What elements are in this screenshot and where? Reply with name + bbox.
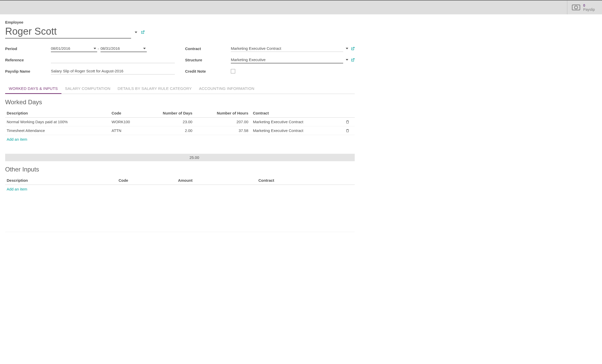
cell-description: Normal Working Days paid at 100% (5, 118, 110, 126)
employee-label: Employee (5, 20, 23, 24)
external-link-icon[interactable] (351, 58, 355, 62)
period-separator: - (96, 46, 101, 51)
other-inputs-table: Description Code Amount Contract Add an … (5, 176, 355, 232)
chevron-down-icon[interactable] (346, 59, 348, 61)
totals-bar: 25.00 (5, 154, 355, 161)
col-oi-code: Code (117, 176, 176, 185)
trash-icon[interactable] (344, 118, 355, 126)
period-from-input[interactable] (51, 45, 97, 52)
credit-note-label: Credit Note (185, 69, 231, 73)
cell-days: 23.00 (145, 118, 194, 126)
tab-accounting[interactable]: ACCOUNTING INFORMATION (195, 84, 258, 94)
col-description: Description (5, 109, 110, 118)
col-days: Number of Days (145, 109, 194, 118)
payslip-label: Payslip (583, 7, 595, 12)
contract-input[interactable] (231, 45, 343, 52)
col-oi-description: Description (5, 176, 117, 185)
tab-worked-days[interactable]: WORKED DAYS & INPUTS (5, 84, 61, 94)
payslip-name-label: Payslip Name (5, 69, 51, 73)
cell-contract: Marketing Executive Contract (250, 126, 344, 135)
chevron-down-icon[interactable] (143, 48, 146, 49)
tabs: WORKED DAYS & INPUTS SALARY COMPUTATION … (5, 84, 355, 94)
chevron-down-icon[interactable] (135, 32, 137, 33)
table-row[interactable]: Normal Working Days paid at 100%WORK1002… (5, 118, 355, 126)
col-oi-amount: Amount (176, 176, 257, 185)
reference-label: Reference (5, 58, 51, 62)
trash-icon[interactable] (344, 126, 355, 135)
cell-description: Timesheet Attendance (5, 126, 110, 135)
cell-code: ATTN (110, 126, 145, 135)
cell-hours: 207.00 (194, 118, 250, 126)
banknote-icon (572, 5, 580, 10)
table-row[interactable]: Timesheet AttendanceATTN2.0037.58Marketi… (5, 126, 355, 135)
chevron-down-icon[interactable] (346, 48, 348, 49)
add-other-input[interactable]: Add an item (5, 185, 355, 193)
payslip-name-input[interactable] (51, 68, 175, 74)
worked-days-title: Worked Days (5, 99, 355, 106)
contract-label: Contract (185, 46, 231, 51)
tab-details[interactable]: DETAILS BY SALARY RULE CATEGORY (114, 84, 196, 94)
worked-days-table: Description Code Number of Days Number o… (5, 109, 355, 143)
cell-contract: Marketing Executive Contract (250, 118, 344, 126)
col-hours: Number of Hours (194, 109, 250, 118)
col-contract: Contract (250, 109, 344, 118)
structure-input[interactable] (231, 56, 343, 63)
cell-days: 2.00 (145, 126, 194, 135)
chevron-down-icon[interactable] (94, 48, 96, 49)
payslip-count: 0 (583, 3, 595, 7)
external-link-icon[interactable] (351, 47, 355, 51)
other-inputs-title: Other Inputs (5, 166, 355, 173)
cell-code: WORK100 (110, 118, 145, 126)
employee-input[interactable] (5, 26, 131, 39)
total-days: 25.00 (5, 155, 199, 160)
period-label: Period (5, 46, 51, 51)
tab-salary-computation[interactable]: SALARY COMPUTATION (61, 84, 114, 94)
cell-hours: 37.58 (194, 126, 250, 135)
period-to-input[interactable] (101, 45, 147, 52)
add-worked-day[interactable]: Add an item (5, 135, 355, 143)
external-link-icon[interactable] (141, 30, 145, 34)
reference-input[interactable] (51, 56, 175, 63)
structure-label: Structure (185, 58, 231, 62)
payslip-stat-button[interactable]: 0 Payslip (567, 1, 602, 14)
col-code: Code (110, 109, 145, 118)
status-bar: 0 Payslip (0, 0, 602, 14)
col-oi-contract: Contract (257, 176, 355, 185)
credit-note-checkbox[interactable] (231, 69, 235, 73)
